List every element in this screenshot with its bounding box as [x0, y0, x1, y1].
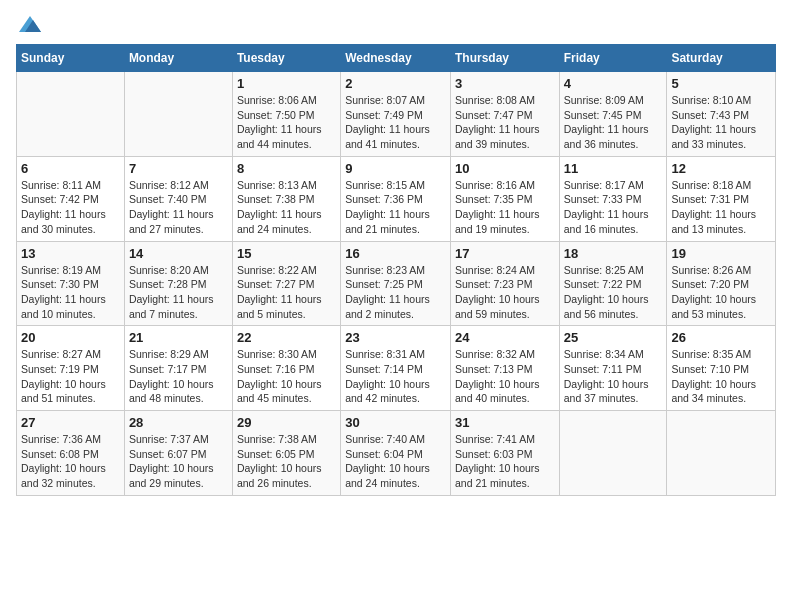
day-cell: 22Sunrise: 8:30 AM Sunset: 7:16 PM Dayli… [232, 326, 340, 411]
day-cell: 18Sunrise: 8:25 AM Sunset: 7:22 PM Dayli… [559, 241, 667, 326]
day-cell: 27Sunrise: 7:36 AM Sunset: 6:08 PM Dayli… [17, 411, 125, 496]
day-number: 14 [129, 246, 228, 261]
calendar-table: SundayMondayTuesdayWednesdayThursdayFrid… [16, 44, 776, 496]
day-cell: 10Sunrise: 8:16 AM Sunset: 7:35 PM Dayli… [450, 156, 559, 241]
day-number: 12 [671, 161, 771, 176]
day-number: 18 [564, 246, 663, 261]
day-number: 24 [455, 330, 555, 345]
day-cell [559, 411, 667, 496]
day-info: Sunrise: 8:32 AM Sunset: 7:13 PM Dayligh… [455, 347, 555, 406]
day-cell: 2Sunrise: 8:07 AM Sunset: 7:49 PM Daylig… [341, 72, 451, 157]
day-cell: 15Sunrise: 8:22 AM Sunset: 7:27 PM Dayli… [232, 241, 340, 326]
day-info: Sunrise: 8:15 AM Sunset: 7:36 PM Dayligh… [345, 178, 446, 237]
day-info: Sunrise: 7:41 AM Sunset: 6:03 PM Dayligh… [455, 432, 555, 491]
day-number: 7 [129, 161, 228, 176]
week-row-1: 1Sunrise: 8:06 AM Sunset: 7:50 PM Daylig… [17, 72, 776, 157]
page-header [16, 16, 776, 32]
day-info: Sunrise: 7:40 AM Sunset: 6:04 PM Dayligh… [345, 432, 446, 491]
day-cell: 1Sunrise: 8:06 AM Sunset: 7:50 PM Daylig… [232, 72, 340, 157]
day-info: Sunrise: 8:17 AM Sunset: 7:33 PM Dayligh… [564, 178, 663, 237]
day-number: 2 [345, 76, 446, 91]
day-number: 22 [237, 330, 336, 345]
header-sunday: Sunday [17, 45, 125, 72]
day-info: Sunrise: 8:06 AM Sunset: 7:50 PM Dayligh… [237, 93, 336, 152]
day-cell: 23Sunrise: 8:31 AM Sunset: 7:14 PM Dayli… [341, 326, 451, 411]
day-cell: 26Sunrise: 8:35 AM Sunset: 7:10 PM Dayli… [667, 326, 776, 411]
day-number: 1 [237, 76, 336, 91]
calendar-header-row: SundayMondayTuesdayWednesdayThursdayFrid… [17, 45, 776, 72]
day-info: Sunrise: 8:30 AM Sunset: 7:16 PM Dayligh… [237, 347, 336, 406]
day-cell: 16Sunrise: 8:23 AM Sunset: 7:25 PM Dayli… [341, 241, 451, 326]
day-cell: 24Sunrise: 8:32 AM Sunset: 7:13 PM Dayli… [450, 326, 559, 411]
day-cell: 28Sunrise: 7:37 AM Sunset: 6:07 PM Dayli… [124, 411, 232, 496]
day-info: Sunrise: 8:20 AM Sunset: 7:28 PM Dayligh… [129, 263, 228, 322]
day-info: Sunrise: 8:18 AM Sunset: 7:31 PM Dayligh… [671, 178, 771, 237]
day-cell: 17Sunrise: 8:24 AM Sunset: 7:23 PM Dayli… [450, 241, 559, 326]
day-info: Sunrise: 8:24 AM Sunset: 7:23 PM Dayligh… [455, 263, 555, 322]
day-number: 29 [237, 415, 336, 430]
day-info: Sunrise: 8:11 AM Sunset: 7:42 PM Dayligh… [21, 178, 120, 237]
day-info: Sunrise: 8:08 AM Sunset: 7:47 PM Dayligh… [455, 93, 555, 152]
day-cell: 19Sunrise: 8:26 AM Sunset: 7:20 PM Dayli… [667, 241, 776, 326]
day-cell [124, 72, 232, 157]
day-number: 4 [564, 76, 663, 91]
day-cell: 8Sunrise: 8:13 AM Sunset: 7:38 PM Daylig… [232, 156, 340, 241]
day-number: 6 [21, 161, 120, 176]
day-cell: 9Sunrise: 8:15 AM Sunset: 7:36 PM Daylig… [341, 156, 451, 241]
day-cell: 3Sunrise: 8:08 AM Sunset: 7:47 PM Daylig… [450, 72, 559, 157]
day-info: Sunrise: 8:07 AM Sunset: 7:49 PM Dayligh… [345, 93, 446, 152]
day-cell: 6Sunrise: 8:11 AM Sunset: 7:42 PM Daylig… [17, 156, 125, 241]
day-cell: 29Sunrise: 7:38 AM Sunset: 6:05 PM Dayli… [232, 411, 340, 496]
day-number: 31 [455, 415, 555, 430]
day-info: Sunrise: 7:36 AM Sunset: 6:08 PM Dayligh… [21, 432, 120, 491]
day-number: 25 [564, 330, 663, 345]
header-thursday: Thursday [450, 45, 559, 72]
day-info: Sunrise: 8:09 AM Sunset: 7:45 PM Dayligh… [564, 93, 663, 152]
day-number: 27 [21, 415, 120, 430]
day-number: 23 [345, 330, 446, 345]
day-number: 20 [21, 330, 120, 345]
header-wednesday: Wednesday [341, 45, 451, 72]
day-number: 13 [21, 246, 120, 261]
header-friday: Friday [559, 45, 667, 72]
logo [16, 16, 41, 32]
week-row-5: 27Sunrise: 7:36 AM Sunset: 6:08 PM Dayli… [17, 411, 776, 496]
day-cell: 21Sunrise: 8:29 AM Sunset: 7:17 PM Dayli… [124, 326, 232, 411]
week-row-3: 13Sunrise: 8:19 AM Sunset: 7:30 PM Dayli… [17, 241, 776, 326]
header-monday: Monday [124, 45, 232, 72]
day-info: Sunrise: 8:19 AM Sunset: 7:30 PM Dayligh… [21, 263, 120, 322]
day-cell: 12Sunrise: 8:18 AM Sunset: 7:31 PM Dayli… [667, 156, 776, 241]
day-number: 8 [237, 161, 336, 176]
day-number: 21 [129, 330, 228, 345]
day-number: 5 [671, 76, 771, 91]
day-number: 26 [671, 330, 771, 345]
day-cell: 5Sunrise: 8:10 AM Sunset: 7:43 PM Daylig… [667, 72, 776, 157]
day-number: 11 [564, 161, 663, 176]
day-cell: 4Sunrise: 8:09 AM Sunset: 7:45 PM Daylig… [559, 72, 667, 157]
day-cell: 7Sunrise: 8:12 AM Sunset: 7:40 PM Daylig… [124, 156, 232, 241]
day-info: Sunrise: 8:25 AM Sunset: 7:22 PM Dayligh… [564, 263, 663, 322]
day-number: 16 [345, 246, 446, 261]
header-saturday: Saturday [667, 45, 776, 72]
day-cell [667, 411, 776, 496]
day-info: Sunrise: 8:29 AM Sunset: 7:17 PM Dayligh… [129, 347, 228, 406]
day-cell: 25Sunrise: 8:34 AM Sunset: 7:11 PM Dayli… [559, 326, 667, 411]
day-number: 28 [129, 415, 228, 430]
day-info: Sunrise: 7:37 AM Sunset: 6:07 PM Dayligh… [129, 432, 228, 491]
day-number: 9 [345, 161, 446, 176]
day-cell: 11Sunrise: 8:17 AM Sunset: 7:33 PM Dayli… [559, 156, 667, 241]
day-info: Sunrise: 8:10 AM Sunset: 7:43 PM Dayligh… [671, 93, 771, 152]
week-row-4: 20Sunrise: 8:27 AM Sunset: 7:19 PM Dayli… [17, 326, 776, 411]
day-info: Sunrise: 8:31 AM Sunset: 7:14 PM Dayligh… [345, 347, 446, 406]
day-info: Sunrise: 8:35 AM Sunset: 7:10 PM Dayligh… [671, 347, 771, 406]
header-tuesday: Tuesday [232, 45, 340, 72]
day-cell [17, 72, 125, 157]
day-info: Sunrise: 7:38 AM Sunset: 6:05 PM Dayligh… [237, 432, 336, 491]
day-cell: 13Sunrise: 8:19 AM Sunset: 7:30 PM Dayli… [17, 241, 125, 326]
day-cell: 30Sunrise: 7:40 AM Sunset: 6:04 PM Dayli… [341, 411, 451, 496]
day-info: Sunrise: 8:27 AM Sunset: 7:19 PM Dayligh… [21, 347, 120, 406]
day-cell: 20Sunrise: 8:27 AM Sunset: 7:19 PM Dayli… [17, 326, 125, 411]
logo-icon [19, 16, 41, 32]
day-info: Sunrise: 8:23 AM Sunset: 7:25 PM Dayligh… [345, 263, 446, 322]
day-info: Sunrise: 8:22 AM Sunset: 7:27 PM Dayligh… [237, 263, 336, 322]
